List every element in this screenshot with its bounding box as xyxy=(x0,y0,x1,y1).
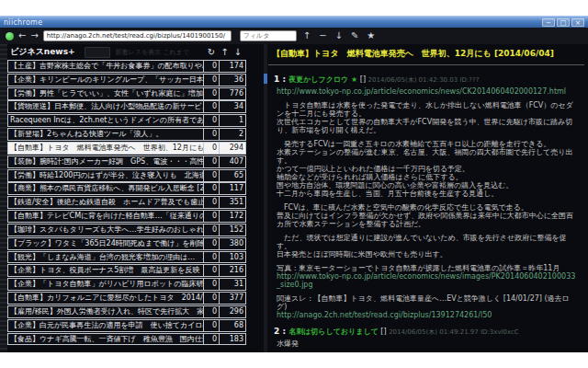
app-title: niichrome xyxy=(4,18,42,27)
thread-row-new-count: 0 xyxy=(203,293,219,304)
thread-list-row[interactable]: 【自動車】テレビCMに背を向けた軽自動車…「従来通りのやり方でい…0172 xyxy=(7,210,246,223)
thread-list-row[interactable]: 【自動車】トヨタ 燃料電池車発売へ 世界初、12月にも [2014/06/04]… xyxy=(7,142,246,155)
thread-row-new-count: 0 xyxy=(203,238,219,249)
thread-row-res-count: 103 xyxy=(219,252,245,263)
thread-row-title: 【土産】吉野家株主総会で「牛丼お食事券」の配布取りやめ 出席者… xyxy=(8,61,203,72)
thread-row-res-count: 216 xyxy=(219,265,245,276)
thread-list-row[interactable]: 【観光】「しまなみ海道」台湾の観光客増加の理由は… 2014/05/240103 xyxy=(7,251,246,264)
post-header: 2 : 名刺は切らしておりまして [] 2014/06/05(木) 01:49:… xyxy=(274,327,579,337)
thread-row-res-count: 68 xyxy=(219,320,245,331)
post-author[interactable]: 夜更かしフクロウ ★ xyxy=(288,75,357,84)
back-button[interactable]: ← xyxy=(18,31,26,40)
close-button[interactable]: × xyxy=(571,18,584,27)
post-number: 1 : xyxy=(274,75,288,84)
thread-row-new-count: 0 xyxy=(203,170,219,181)
post-text-line: かつて一億円以上といわれた価格は一千万円を切る予定。 xyxy=(277,165,579,173)
thread-row-res-count: 34 xyxy=(219,101,245,112)
post-link[interactable]: http://anago.2ch.net/test/read.cgi/bizpl… xyxy=(277,311,579,319)
post-number: 2 : xyxy=(274,327,288,336)
scroll-top-icon[interactable]: ↑ xyxy=(301,30,312,41)
thread-list-row[interactable]: 【企業】「トヨタ自動車」がリハビリ用ロボットの臨床研究モデルを開発…031 xyxy=(7,278,246,291)
thread-row-title: 【企業】「トヨタ自動車」がリハビリ用ロボットの臨床研究モデルを開発… xyxy=(8,279,203,290)
thread-scrollbar-thumb[interactable] xyxy=(264,74,267,84)
thread-row-res-count: 351 xyxy=(219,197,245,208)
favorite-icon[interactable]: ★ xyxy=(365,30,377,41)
main-toolbar: ← → ↑ − ↓ ✎ ★ xyxy=(0,28,588,44)
post-text-line: FCVは、車に積んだ水素と空気中の酸素の化学反応で生じる電気で走る。 xyxy=(277,203,579,212)
thread-list-row[interactable]: 【食品】ウナギ高騰一転、一斉値下げ 稚魚豊漁 国内仕込み量倍増|…0183 xyxy=(7,333,246,346)
post: 2 : 名刺は切らしておりまして [] 2014/06/05(木) 01:49:… xyxy=(274,327,579,348)
board-header-button[interactable] xyxy=(85,47,110,58)
list-down-icon[interactable]: ↓ xyxy=(234,46,242,59)
thread-row-new-count: 0 xyxy=(203,334,219,345)
post-header: 1 : 夜更かしフクロウ ★ [] 2014/06/05(木) 01:42:30… xyxy=(274,75,579,85)
thread-row-new-count: 0 xyxy=(203,88,219,99)
maximize-button[interactable]: □ xyxy=(557,18,570,27)
post-body: http://www.tokyo-np.co.jp/article/econom… xyxy=(274,87,579,319)
post-text-line: 普及に向けてはインフラ整備が欠かせず、政府や関係業界は来年中に大都市中心に全国百… xyxy=(277,212,579,228)
thread-list-row[interactable]: Racequeen Incは、2ch.netというドメインの所有者であり01 xyxy=(7,114,246,127)
thread-row-new-count: 0 xyxy=(203,306,219,317)
refresh-icon[interactable]: ↻ xyxy=(208,46,215,59)
thread-list-row[interactable]: 【装飾】腕時計:国内メーカー好調 GPS、電波・・・高性能で活路 [201…04… xyxy=(7,155,246,168)
window-controls: − □ × xyxy=(542,18,584,27)
thread-list-row[interactable]: 【土産】吉野家株主総会で「牛丼お食事券」の配布取りやめ 出席者…0174 xyxy=(7,60,246,73)
title-bar: niichrome − □ × xyxy=(0,16,588,28)
thread-list-row[interactable]: 【商業】熊本の県民百貨店移転へ、再開発ビル入居断念 [2014/05/30]01… xyxy=(7,182,246,195)
thread-row-title: 【自動車】テレビCMに背を向けた軽自動車…「従来通りのやり方でい… xyxy=(8,211,203,222)
thread-list-row[interactable]: 【企業】白元が民事再生法の適用を申請 使い捨てカイロの「ホッカイ…068 xyxy=(7,319,246,332)
post-link[interactable]: http://www.tokyo-np.co.jp/article/econom… xyxy=(277,87,579,96)
thread-row-res-count: 776 xyxy=(219,88,245,99)
thread-row-title: 【貨物運送】日本郵便、法人向け小型物品配送の新サービス「ゆうパケ… xyxy=(8,101,203,112)
thread-row-new-count: 0 xyxy=(203,101,219,112)
thread-list-row[interactable]: 【雇用/移民】外国人労働者受け入れ、特区で先行拡大 家事人材・起…0296 xyxy=(7,305,246,318)
app-window: niichrome − □ × ← → ↑ − ↓ ✎ ★ ビジネスnews+ … xyxy=(0,16,588,352)
thread-list-row[interactable]: 【貨物運送】日本郵便、法人向け小型物品配送の新サービス「ゆうパケ…034 xyxy=(7,100,246,113)
thread-list-row[interactable]: 【労働】男性「ヒラでいい」、女性「いずれ家庭に」増加 2014/05/21077… xyxy=(7,87,246,100)
post-text-line: 補助金などが受けられれば購入価格はさらに低下する。 xyxy=(277,173,579,181)
side-tab-strip[interactable] xyxy=(0,44,7,352)
post-mail: [] xyxy=(357,75,368,84)
list-up-icon[interactable]: ↑ xyxy=(220,46,228,59)
forward-button[interactable]: → xyxy=(30,31,38,40)
thread-list-row[interactable]: 【ブラック】ワタミ「365日24時間死ぬまで働け」を削除 2014/05/210… xyxy=(7,237,246,250)
thread-row-title: 【企業】白元が民事再生法の適用を申請 使い捨てカイロの「ホッカイ… xyxy=(8,320,203,331)
thread-list-row[interactable]: 【企業】トヨタ、役員ボーナス5割増 最高益更新を反映 2014/05/28021… xyxy=(7,264,246,277)
thread-list-row[interactable]: 【自動車】カリフォルニアに愛想尽かしたトヨタ 2014/05/160377 xyxy=(7,292,246,305)
post-author[interactable]: 名刺は切らしておりまして xyxy=(288,328,379,336)
board-header-dim-text: 新着レスを表示 これまで xyxy=(116,48,189,57)
thread-row-new-count: 0 xyxy=(203,115,219,126)
thread-list-row[interactable]: 【珈琲】スタバもタリーズも大学へ…学生好みのおしゃれなカフェ、キャン…0152 xyxy=(7,224,246,236)
thread-row-res-count: 117 xyxy=(219,183,245,194)
filter-input[interactable] xyxy=(240,30,297,41)
thread-list: 【土産】吉野家株主総会で「牛丼お食事券」の配布取りやめ 出席者…0174【企業】… xyxy=(7,60,246,352)
thread-row-new-count: 0 xyxy=(203,183,219,194)
post: 1 : 夜更かしフクロウ ★ [] 2014/06/05(木) 01:42:30… xyxy=(274,75,579,319)
thread-row-new-count: 0 xyxy=(203,252,219,263)
post-text-line: 日本発売とほぼ同時期に米国や欧州でも売り出す。 xyxy=(277,250,579,259)
thread-list-row[interactable]: 【鉄道/安全】後絶たぬ鉄道自殺 ホームドア普及でも歯止めかからず…0351 xyxy=(7,196,246,209)
thread-row-title: 【ブラック】ワタミ「365日24時間死ぬまで働け」を削除 2014/05/21 xyxy=(8,238,203,249)
compose-icon[interactable]: ✎ xyxy=(349,30,360,41)
post-text-line: 水素ステーションの整備が進む東京、名古屋、大阪、福岡の四大都市圏で先行して売り出… xyxy=(277,148,579,165)
thread-scrollbar[interactable] xyxy=(264,44,267,352)
thread-row-title: 【自動車】カリフォルニアに愛想尽かしたトヨタ 2014/05/16 xyxy=(8,293,203,304)
url-input[interactable] xyxy=(43,30,232,41)
thread-list-row[interactable]: 【企業】キリンビールのキリングループ、「サッカー日本代表オフィシャル…036 xyxy=(7,74,246,86)
thread-row-new-count: 0 xyxy=(203,197,219,208)
minus-icon[interactable]: − xyxy=(317,30,328,41)
post-text-line: 水爆発 xyxy=(277,339,579,348)
thread-row-res-count: 36 xyxy=(219,75,245,86)
post-body: 水爆発 xyxy=(274,339,579,348)
board-header-icons: ↻ ↑ ↓ xyxy=(208,46,243,59)
thread-row-title: 【自動車】トヨタ 燃料電池車発売へ 世界初、12月にも [2014/06/04] xyxy=(8,143,203,154)
minimize-button[interactable]: − xyxy=(542,18,555,27)
scroll-bottom-icon[interactable]: ↓ xyxy=(334,30,345,41)
thread-row-res-count: 183 xyxy=(219,334,245,345)
thread-row-res-count: 407 xyxy=(219,156,245,167)
thread-row-res-count: 2 xyxy=(219,129,245,140)
post-link[interactable]: http://www.tokyo-np.co.jp/article/econom… xyxy=(277,272,579,289)
thread-row-new-count: 0 xyxy=(203,61,219,72)
thread-list-row[interactable]: 【新登場】2ちゃんねる快適ツール「浪人」。02 xyxy=(7,128,246,141)
thread-list-row[interactable]: 【労働】時給1200円のはずが半分、泣き寝入りも 北海道等「ブラック…065 xyxy=(7,169,246,182)
